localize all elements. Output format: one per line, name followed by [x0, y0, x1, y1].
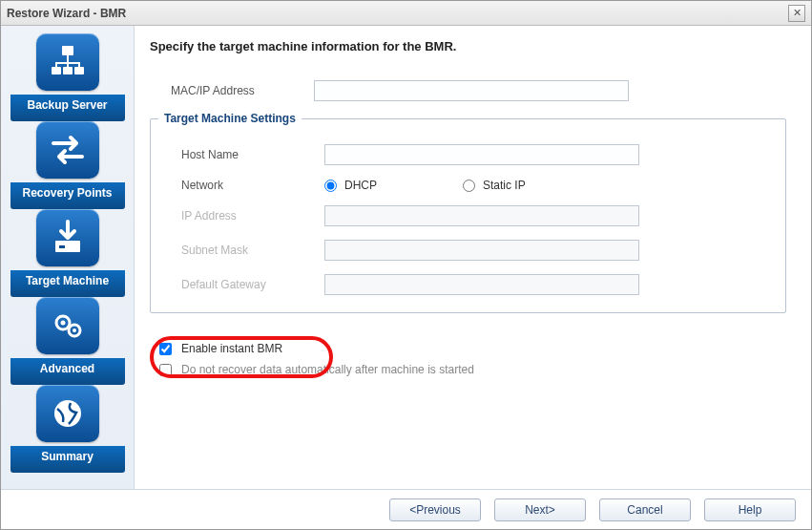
ip-label: IP Address [181, 209, 324, 223]
help-button[interactable]: Help [704, 498, 796, 521]
radio-dhcp[interactable] [324, 180, 337, 192]
subnet-input [324, 240, 639, 261]
globe-icon [36, 385, 99, 442]
svg-rect-5 [59, 245, 65, 248]
mac-ip-row: MAC/IP Address [150, 80, 786, 101]
sidebar-item-label: Target Machine [10, 270, 125, 297]
arrows-swap-icon [36, 121, 99, 179]
gateway-row: Default Gateway [181, 274, 772, 295]
svg-rect-3 [74, 67, 84, 74]
enable-bmr-label: Enable instant BMR [181, 342, 282, 355]
sidebar-item-recovery-points[interactable]: Recovery Points [10, 121, 125, 209]
host-label: Host Name [181, 148, 324, 161]
svg-point-8 [60, 321, 65, 326]
wizard-sidebar: Backup Server Recovery Points [1, 26, 135, 489]
previous-button[interactable]: <Previous [389, 498, 481, 521]
gateway-label: Default Gateway [181, 278, 324, 291]
radio-static[interactable] [463, 180, 475, 192]
ip-row: IP Address [181, 205, 772, 226]
radio-dhcp-label[interactable]: DHCP [324, 179, 377, 192]
gateway-input [324, 274, 639, 295]
next-button[interactable]: Next> [494, 498, 586, 521]
no-recover-checkbox[interactable] [159, 364, 172, 376]
svg-rect-2 [63, 67, 73, 74]
host-row: Host Name [181, 144, 772, 165]
window-title: Restore Wizard - BMR [7, 7, 126, 20]
sidebar-item-label: Advanced [10, 358, 125, 385]
download-disk-icon [36, 209, 99, 266]
ip-input [324, 205, 639, 226]
sidebar-item-target-machine[interactable]: Target Machine [10, 209, 125, 297]
sidebar-item-label: Backup Server [10, 95, 125, 121]
no-recover-row[interactable]: Do not recover data automatically after … [159, 363, 786, 376]
static-text: Static IP [483, 179, 526, 192]
sidebar-item-summary[interactable]: Summary [10, 385, 125, 473]
gears-icon [36, 297, 99, 354]
options-area: Enable instant BMR Do not recover data a… [150, 342, 786, 376]
sidebar-item-label: Summary [10, 446, 125, 473]
svg-point-9 [73, 329, 76, 332]
server-icon [36, 33, 99, 91]
enable-bmr-checkbox[interactable] [159, 343, 172, 355]
cancel-button[interactable]: Cancel [599, 498, 691, 521]
subnet-row: Subnet Mask [181, 240, 772, 261]
dialog-window: Restore Wizard - BMR ✕ Backup Server [0, 0, 812, 530]
close-icon: ✕ [793, 7, 802, 19]
target-machine-fieldset: Target Machine Settings Host Name Networ… [150, 118, 786, 313]
radio-static-label[interactable]: Static IP [463, 179, 526, 192]
enable-bmr-row[interactable]: Enable instant BMR [159, 342, 786, 355]
dhcp-text: DHCP [344, 179, 377, 192]
mac-ip-label: MAC/IP Address [171, 84, 314, 97]
sidebar-item-label: Recovery Points [10, 182, 125, 209]
svg-rect-4 [55, 241, 80, 252]
sidebar-item-advanced[interactable]: Advanced [10, 297, 125, 385]
main-panel: Specify the target machine information f… [135, 26, 811, 489]
no-recover-label: Do not recover data automatically after … [181, 363, 474, 376]
close-button[interactable]: ✕ [788, 5, 805, 22]
subnet-label: Subnet Mask [181, 244, 324, 257]
svg-rect-0 [62, 46, 73, 55]
button-bar: <Previous Next> Cancel Help [1, 489, 811, 529]
svg-rect-1 [52, 67, 61, 74]
network-label: Network [181, 179, 324, 192]
titlebar: Restore Wizard - BMR ✕ [1, 1, 811, 26]
sidebar-item-backup-server[interactable]: Backup Server [10, 33, 125, 121]
content-area: Backup Server Recovery Points [1, 26, 811, 489]
host-input[interactable] [324, 144, 639, 165]
page-heading: Specify the target machine information f… [150, 39, 786, 53]
fieldset-legend: Target Machine Settings [158, 112, 302, 125]
mac-ip-input[interactable] [314, 80, 629, 101]
network-row: Network DHCP Static IP [181, 179, 772, 192]
